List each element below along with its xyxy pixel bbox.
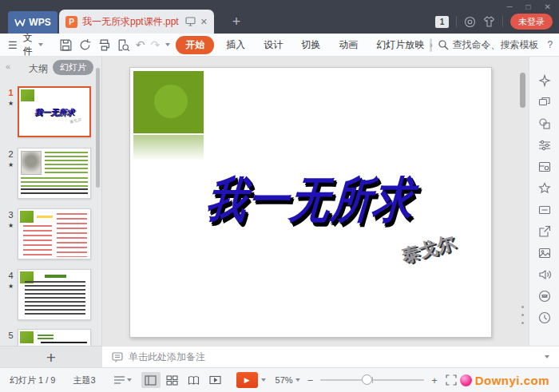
zoom-in-button[interactable]: + (431, 374, 438, 386)
slide-sorter-view-button[interactable] (163, 372, 182, 388)
titlebar-right-cluster: 1 未登录 (435, 14, 553, 30)
slide-author-signature[interactable]: 泰戈尔 (398, 230, 458, 269)
reading-view-button[interactable] (184, 372, 204, 388)
slide-thumbnail-2[interactable] (18, 148, 91, 199)
history-icon[interactable] (538, 311, 551, 324)
sidebar-scrollbar[interactable] (96, 68, 100, 188)
ribbon-toolbar: ☰ 文件 ↶ ↷ 开始 插入 设计 切换 动画 幻灯片放映 › 查找命令、搜索模… (0, 34, 559, 57)
slide-square-reflection (133, 135, 204, 165)
document-count-badge[interactable]: 1 (435, 16, 449, 28)
fit-to-window-icon[interactable] (446, 374, 457, 386)
tab-slides[interactable]: 幻灯片 (53, 60, 93, 75)
export-icon[interactable] (78, 38, 92, 52)
add-slide-button[interactable]: + (46, 349, 56, 366)
notes-collapse-icon[interactable] (545, 355, 549, 358)
login-button[interactable]: 未登录 (510, 14, 553, 30)
thumb-text-lines (21, 188, 88, 196)
normal-view-button[interactable] (141, 372, 161, 388)
zoom-out-button[interactable]: − (307, 374, 314, 386)
thumb-text-lines (21, 177, 88, 187)
present-monitor-icon[interactable] (185, 17, 196, 26)
slide-thumbnail-1[interactable]: 我一无所求 泰戈尔 (18, 86, 91, 137)
thumb-text-lines (23, 225, 52, 257)
slide-2-marker: 2 ★ (5, 149, 17, 168)
skin-theme-icon[interactable] (483, 16, 495, 27)
document-tab[interactable]: P 我一无所求ppt课件.ppt ✕ (59, 10, 214, 34)
slide-number: 3 (5, 210, 17, 220)
help-icon[interactable]: ? (547, 39, 553, 50)
undo-history-caret-icon[interactable] (165, 43, 170, 46)
tab-animation[interactable]: 动画 (332, 37, 364, 53)
slide-library-icon[interactable] (538, 96, 551, 109)
editing-canvas: 我一无所求 泰戈尔 (102, 57, 529, 346)
slide-number: 5 (5, 331, 17, 340)
tab-home[interactable]: 开始 (176, 36, 214, 54)
audio-icon[interactable] (538, 268, 551, 281)
undo-icon[interactable]: ↶ (136, 38, 145, 51)
canvas-scrollbar[interactable] (520, 73, 525, 108)
maximize-button[interactable]: □ (526, 2, 531, 13)
tab-insert[interactable]: 插入 (220, 37, 252, 53)
zoom-caret-icon (295, 378, 300, 382)
slide-3-marker: 3 ★ (5, 210, 17, 229)
new-tab-button[interactable]: + (225, 10, 248, 34)
window-controls: ─ □ ✕ (506, 2, 551, 13)
slide-4-marker: 4 ★ (5, 271, 17, 290)
slide-canvas[interactable]: 我一无所求 泰戈尔 (129, 67, 492, 338)
adjust-settings-icon[interactable] (538, 139, 551, 152)
slide-number: 4 (5, 271, 17, 280)
favorites-star-icon[interactable] (538, 182, 551, 195)
downyi-watermark: Downyi.com (460, 374, 549, 387)
notes-placeholder[interactable]: 单击此处添加备注 (129, 350, 539, 364)
app-center-icon[interactable] (464, 16, 476, 28)
wps-label: WPS (29, 17, 50, 28)
zoom-slider-handle[interactable] (362, 374, 372, 385)
print-icon[interactable] (97, 38, 111, 52)
share-icon[interactable] (538, 225, 551, 238)
hamburger-menu-icon[interactable]: ☰ (8, 39, 18, 51)
tab-close-icon[interactable]: ✕ (200, 18, 208, 26)
tab-transition[interactable]: 切换 (295, 37, 327, 53)
slide-green-square[interactable] (133, 71, 204, 133)
zoom-level[interactable]: 57% (276, 375, 300, 385)
panel-collapse-icon[interactable]: « (6, 61, 10, 71)
file-menu[interactable]: 文件 (23, 31, 33, 58)
thumb-heading (38, 335, 54, 336)
ribbon-overflow-button[interactable]: › (430, 38, 432, 52)
file-menu-caret-icon[interactable] (38, 43, 43, 46)
slide-panel: « 大纲 幻灯片 1 ★ 我一无所求 泰戈尔 2 ★ 3 ★ (0, 57, 102, 346)
thumb-green-square (20, 211, 34, 223)
text-box-icon[interactable] (538, 204, 551, 216)
wps-menu-button[interactable]: WPS (8, 11, 57, 34)
smart-beautify-icon[interactable] (538, 74, 551, 87)
thumb-green-square (21, 89, 34, 101)
notes-toggle-button[interactable] (113, 375, 132, 385)
titlebar-divider (456, 16, 457, 27)
slide-thumbnail-3[interactable] (18, 208, 91, 259)
design-resources-icon[interactable] (538, 160, 551, 173)
status-bar: 幻灯片 1 / 9 主题3 ▶ 57% − (0, 367, 559, 392)
slide-thumbnail-5[interactable] (18, 329, 91, 346)
minimize-button[interactable]: ─ (506, 2, 512, 13)
picture-icon[interactable] (538, 247, 551, 259)
print-preview-icon[interactable] (117, 38, 130, 52)
tab-slideshow[interactable]: 幻灯片放映 (370, 37, 424, 53)
close-button[interactable]: ✕ (545, 2, 551, 13)
redo-icon[interactable]: ↷ (150, 38, 160, 51)
save-icon[interactable] (59, 38, 73, 52)
slideshow-view-button[interactable] (206, 372, 225, 388)
browser-embed-icon[interactable] (538, 290, 551, 303)
slide-nav-dots[interactable] (521, 306, 524, 324)
tab-design[interactable]: 设计 (257, 37, 289, 53)
slide-thumbnail-4[interactable] (18, 269, 91, 320)
animation-star-icon: ★ (5, 283, 17, 290)
tab-outline[interactable]: 大纲 (29, 62, 48, 76)
play-options-caret-icon[interactable] (261, 378, 266, 382)
theme-label[interactable]: 主题3 (73, 374, 95, 386)
play-slideshow-button[interactable]: ▶ (236, 372, 258, 388)
shapes-icon[interactable] (538, 117, 551, 130)
slide-title-wordart[interactable]: 我一无所求 (135, 168, 486, 233)
command-search[interactable]: 查找命令、搜索模板 (438, 38, 538, 52)
zoom-slider[interactable] (320, 374, 424, 386)
wps-logo-icon (14, 18, 26, 26)
